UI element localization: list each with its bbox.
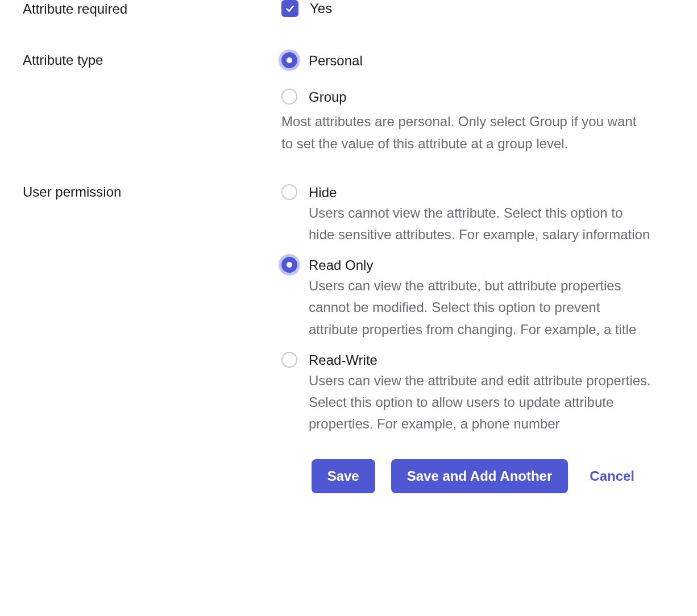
radio-item-readonly: Read Only Users can view the attribute, … <box>281 256 651 340</box>
checkbox-row-yes: Yes <box>281 0 651 17</box>
radio-readwrite[interactable] <box>281 352 297 368</box>
radio-item-personal: Personal <box>281 51 651 70</box>
radio-hide[interactable] <box>281 184 297 200</box>
radio-item-readwrite: Read-Write Users can view the attribute … <box>281 351 651 435</box>
radio-option-readwrite: Read-Write <box>281 351 651 370</box>
control-attribute-type: Personal Group Most attributes are perso… <box>281 51 651 155</box>
radio-label-hide: Hide <box>309 183 337 202</box>
label-attribute-type: Attribute type <box>23 51 281 68</box>
radio-label-personal: Personal <box>309 51 363 70</box>
control-attribute-required: Yes <box>281 0 651 17</box>
label-attribute-required: Attribute required <box>23 0 281 17</box>
radio-option-group: Group <box>281 88 651 107</box>
radio-desc-readwrite: Users can view the attribute and edit at… <box>309 370 651 435</box>
radio-readonly[interactable] <box>281 257 297 273</box>
help-attribute-type: Most attributes are personal. Only selec… <box>281 111 651 155</box>
save-button[interactable]: Save <box>312 459 375 493</box>
radio-item-group: Group <box>281 88 651 107</box>
save-and-add-another-button[interactable]: Save and Add Another <box>391 459 569 493</box>
radio-label-group: Group <box>309 88 347 107</box>
radio-personal[interactable] <box>281 52 297 68</box>
radio-group[interactable] <box>281 89 297 105</box>
radio-label-readwrite: Read-Write <box>309 351 377 370</box>
label-user-permission: User permission <box>23 183 281 200</box>
cancel-button[interactable]: Cancel <box>584 459 640 493</box>
radio-item-hide: Hide Users cannot view the attribute. Se… <box>281 183 651 245</box>
radio-label-readonly: Read Only <box>309 256 373 275</box>
radio-option-personal: Personal <box>281 51 651 70</box>
check-icon <box>285 3 295 14</box>
field-attribute-required: Attribute required Yes <box>23 0 674 17</box>
radio-desc-hide: Users cannot view the attribute. Select … <box>309 202 651 246</box>
radio-option-hide: Hide <box>281 183 651 202</box>
checkbox-label-yes: Yes <box>310 1 332 16</box>
radio-desc-readonly: Users can view the attribute, but attrib… <box>309 275 651 340</box>
field-user-permission: User permission Hide Users cannot view t… <box>23 183 674 436</box>
field-attribute-type: Attribute type Personal Group Most attri… <box>23 51 674 155</box>
checkbox-attribute-required[interactable] <box>281 0 298 17</box>
button-row: Save Save and Add Another Cancel <box>23 459 674 493</box>
radio-option-readonly: Read Only <box>281 256 651 275</box>
control-user-permission: Hide Users cannot view the attribute. Se… <box>281 183 651 436</box>
